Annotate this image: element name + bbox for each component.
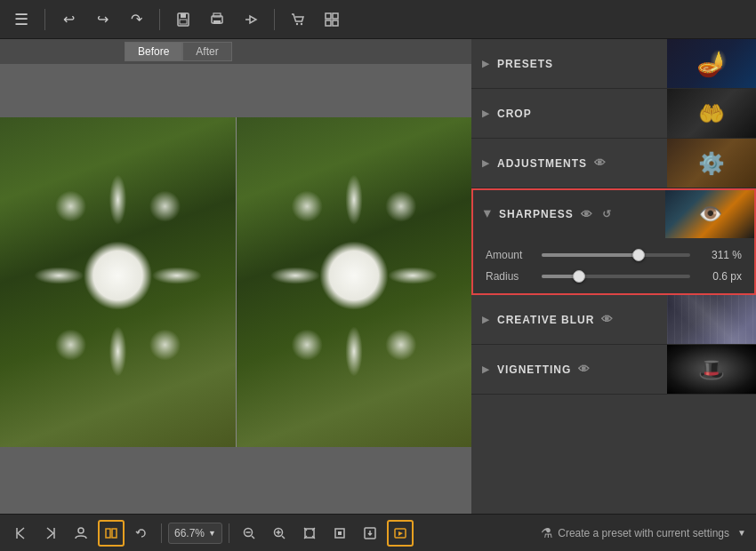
fit-button[interactable] xyxy=(296,520,323,547)
amount-label: Amount xyxy=(486,249,535,261)
flask-icon: ⚗ xyxy=(541,525,552,541)
radius-value: 0.6 px xyxy=(697,270,742,283)
presets-thumb xyxy=(667,39,756,88)
adjustments-eye-icon[interactable]: 👁 xyxy=(594,156,607,170)
creative-blur-label: ▶ CREATIVE BLUR 👁 xyxy=(471,313,624,326)
undo-button[interactable]: ↩ xyxy=(54,5,83,34)
crop-section[interactable]: ▶ CROP xyxy=(471,89,756,139)
sharpness-controls: Amount 311 % Radius 0.6 px xyxy=(471,238,756,295)
amount-value: 311 % xyxy=(697,249,742,261)
person-button[interactable] xyxy=(68,520,94,547)
svg-rect-11 xyxy=(333,20,338,26)
vignetting-arrow: ▶ xyxy=(482,364,490,374)
adjustments-arrow: ▶ xyxy=(482,158,490,168)
after-tab[interactable]: After xyxy=(182,42,231,61)
svg-rect-8 xyxy=(326,13,331,19)
creative-blur-arrow: ▶ xyxy=(482,315,490,324)
svg-point-14 xyxy=(78,528,84,533)
amount-slider-fill xyxy=(542,253,639,257)
sharpness-thumb xyxy=(665,190,754,238)
sharpness-label-container: ▶ SHARPNESS 👁 ↺ xyxy=(473,208,623,221)
before-flower-image xyxy=(0,117,236,447)
after-flower-image xyxy=(237,117,472,447)
svg-rect-15 xyxy=(106,529,110,538)
radius-label: Radius xyxy=(486,270,535,283)
grid-button[interactable] xyxy=(318,5,346,34)
print-button[interactable] xyxy=(203,5,231,34)
svg-rect-5 xyxy=(213,20,221,24)
prev-button[interactable] xyxy=(7,520,34,547)
presets-label: ▶ PRESETS xyxy=(471,58,564,70)
next-button[interactable] xyxy=(37,520,64,547)
bottom-gray-area xyxy=(0,447,471,514)
svg-rect-2 xyxy=(180,20,187,24)
separator-2 xyxy=(159,9,160,30)
zoom-value: 66.7% xyxy=(174,527,205,539)
sharpness-arrow: ▶ xyxy=(483,211,493,219)
amount-slider-track[interactable] xyxy=(542,253,690,257)
sharpness-reset-icon[interactable]: ↺ xyxy=(602,208,612,220)
sharpness-eye-icon[interactable]: 👁 xyxy=(581,208,593,221)
separator-bottom-1 xyxy=(161,523,162,543)
export-button[interactable] xyxy=(357,520,383,547)
creative-blur-eye-icon[interactable]: 👁 xyxy=(601,313,614,326)
svg-point-7 xyxy=(301,22,302,24)
zoom-out-button[interactable] xyxy=(236,520,262,547)
svg-rect-10 xyxy=(326,20,331,26)
adjustments-section[interactable]: ▶ ADJUSTMENTS 👁 xyxy=(471,139,756,188)
vignetting-eye-icon[interactable]: 👁 xyxy=(578,363,591,376)
svg-point-6 xyxy=(296,22,298,24)
save-button[interactable] xyxy=(169,5,197,34)
image-display-area xyxy=(0,64,471,514)
zoom-display[interactable]: 66.7% ▼ xyxy=(168,523,222,544)
share-button[interactable] xyxy=(237,5,265,34)
creative-blur-section[interactable]: ▶ CREATIVE BLUR 👁 xyxy=(471,295,756,345)
create-preset-label[interactable]: Create a preset with current settings xyxy=(558,527,729,539)
adjustments-label: ▶ ADJUSTMENTS 👁 xyxy=(471,156,617,170)
radius-slider-row: Radius 0.6 px xyxy=(486,270,742,283)
svg-line-23 xyxy=(282,536,285,539)
separator-1 xyxy=(44,9,45,30)
vignetting-section[interactable]: ▶ VIGNETTING 👁 xyxy=(471,345,756,395)
creative-blur-thumb xyxy=(667,295,756,344)
svg-rect-1 xyxy=(181,13,186,18)
rotate-button[interactable] xyxy=(128,520,155,547)
radius-slider-thumb[interactable] xyxy=(573,270,585,283)
crop-label: ▶ CROP xyxy=(471,108,543,120)
crop-arrow: ▶ xyxy=(482,108,490,118)
vignetting-label: ▶ VIGNETTING 👁 xyxy=(471,363,601,376)
crop-thumb xyxy=(667,89,756,138)
bottom-right-area: ⚗ Create a preset with current settings … xyxy=(541,520,749,547)
menu-button[interactable]: ☰ xyxy=(7,5,36,34)
presets-section[interactable]: ▶ PRESETS xyxy=(471,39,756,89)
bottom-toolbar: 66.7% ▼ ⚗ Create a preset with current s… xyxy=(0,514,756,551)
compare-button[interactable] xyxy=(98,520,125,547)
before-after-tabs: Before After xyxy=(0,39,471,64)
amount-slider-row: Amount 311 % xyxy=(486,249,742,261)
amount-slider-thumb[interactable] xyxy=(632,249,645,261)
zoom-dropdown-arrow: ▼ xyxy=(208,529,216,538)
top-toolbar: ☰ ↩ ↪ ↷ xyxy=(0,0,756,39)
top-gray-area xyxy=(0,64,471,117)
right-panel: ▶ PRESETS ▶ CROP ▶ ADJUSTMENTS 👁 xyxy=(471,39,756,514)
presets-arrow: ▶ xyxy=(482,59,490,68)
main-content: Before After xyxy=(0,39,756,514)
adjustments-thumb xyxy=(667,139,756,188)
svg-line-19 xyxy=(252,536,254,539)
slideshow-button[interactable] xyxy=(387,520,414,547)
separator-bottom-2 xyxy=(229,523,229,543)
vignetting-thumb xyxy=(667,345,756,394)
preset-dropdown-btn[interactable]: ▼ xyxy=(735,520,749,547)
zoom-in-button[interactable] xyxy=(266,520,293,547)
cart-button[interactable] xyxy=(284,5,312,34)
sharpness-section-header[interactable]: ▶ SHARPNESS 👁 ↺ xyxy=(471,188,756,238)
radius-slider-track[interactable] xyxy=(542,275,690,278)
before-tab[interactable]: Before xyxy=(125,42,182,61)
left-panel: Before After xyxy=(0,39,471,514)
svg-rect-16 xyxy=(112,529,117,538)
separator-3 xyxy=(274,9,275,30)
redo2-button[interactable]: ↷ xyxy=(122,5,150,34)
redo-button[interactable]: ↪ xyxy=(88,5,117,34)
svg-rect-9 xyxy=(333,13,338,19)
actual-size-button[interactable] xyxy=(326,520,353,547)
